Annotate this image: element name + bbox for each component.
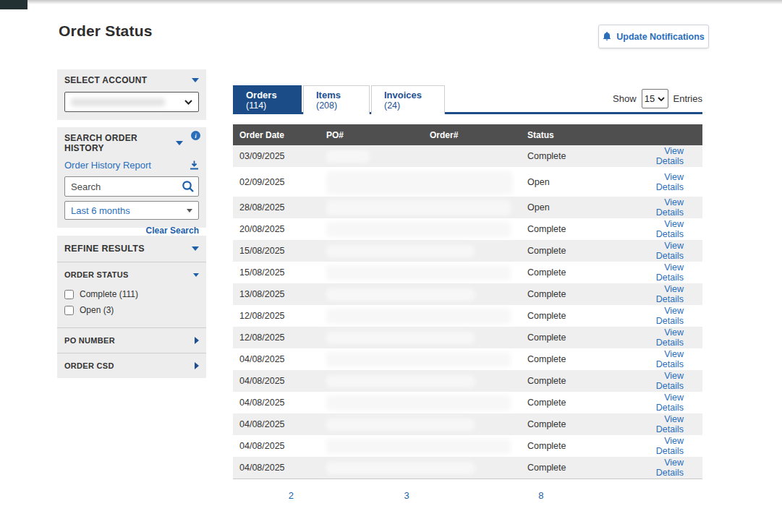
filter-checkbox[interactable] [64,290,74,299]
order-history-report-link[interactable]: Order History Report [64,160,151,171]
table-row: 04/08/2025 Complete View Details [233,348,702,370]
filter-checkbox[interactable] [64,306,74,315]
refine-results-header[interactable]: REFINE RESULTS [57,236,206,262]
collapsed-filter-section[interactable]: ORDER CSD [57,353,206,378]
order-date-cell: 04/08/2025 [239,441,326,451]
pagination-item[interactable]: 2 [289,489,396,532]
page-size-select[interactable]: 15 [642,89,668,108]
redacted-po-order-value [326,200,511,215]
pagination-item[interactable]: 3 [404,489,511,532]
view-details-link[interactable]: View Details [656,241,684,261]
status-cell: Complete [527,151,643,161]
actions-cell: View Details [643,241,702,261]
redacted-po-order-value [326,150,370,163]
status-cell: Complete [527,419,643,429]
tab[interactable]: Items (208) [303,85,370,114]
order-status-filter-options: Complete (111) Open (3) [57,283,206,327]
column-po: PO# [326,130,430,140]
collapsed-filter-section[interactable]: PO NUMBER [57,328,206,353]
orders-panel: Orders (114) Items (208) Invoices (24) S… [233,85,702,532]
actions-cell: View Details [643,327,702,348]
table-row: 04/08/2025 Complete View Details [233,370,702,392]
filter-option-label: Complete (111) [80,289,138,299]
view-details-link[interactable]: View Details [656,197,684,218]
filter-option[interactable]: Complete (111) [64,286,199,302]
view-details-link[interactable]: View Details [656,284,684,304]
tab-label: Invoices [384,90,444,100]
table-row: 15/08/2025 Complete View Details [233,240,702,262]
view-details-link[interactable]: View Details [656,371,684,391]
status-cell: Complete [527,267,643,278]
clear-search-link[interactable]: Clear Search [146,226,199,236]
table-body: 03/09/2025 Complete View Details 02/09/2… [233,145,702,479]
status-cell: Complete [527,311,643,321]
actions-cell: View Details [643,371,702,391]
filter-option[interactable]: Open (3) [64,302,199,318]
chevron-down-icon [176,141,183,145]
view-details-link[interactable]: View Details [656,349,684,369]
redacted-po-order-value [326,171,513,194]
view-details-link[interactable]: View Details [656,458,684,478]
redacted-po-order-value [326,395,511,411]
status-cell: Complete [527,224,643,234]
redacted-po-order-value [326,222,511,237]
tab[interactable]: Orders (114) [233,85,302,114]
redacted-po-order-value [326,309,511,324]
table-row: 04/08/2025 Complete View Details [233,392,702,413]
order-date-cell: 02/09/2025 [239,177,326,187]
status-cell: Complete [527,376,643,386]
actions-cell: View Details [643,414,702,434]
view-details-link[interactable]: View Details [656,219,684,239]
order-date-cell: 04/08/2025 [239,376,326,386]
order-status-filter-title: ORDER STATUS [64,270,129,279]
view-details-link[interactable]: View Details [656,327,684,348]
browser-corner-artifact [0,0,27,9]
select-chevron-icon [184,100,192,105]
table-row: 20/08/2025 Complete View Details [233,218,702,240]
table-row: 04/08/2025 Complete View Details [233,413,702,435]
show-label: Show [613,93,637,104]
select-account-header[interactable]: SELECT ACCOUNT [64,75,199,85]
tab-count: (24) [384,100,444,111]
period-select-value: Last 6 months [71,205,130,216]
view-details-link[interactable]: View Details [656,414,684,434]
order-date-cell: 28/08/2025 [239,202,326,213]
tab[interactable]: Invoices (24) [371,85,445,114]
collapsed-section-title: PO NUMBER [64,336,115,345]
view-details-link[interactable]: View Details [656,392,684,413]
update-notifications-label: Update Notifications [616,32,705,42]
order-status-filter-header[interactable]: ORDER STATUS [57,262,206,283]
download-icon[interactable] [190,160,199,170]
redacted-po-order-value [326,462,475,474]
status-cell: Complete [527,441,643,451]
search-order-history-title: SEARCH ORDER HISTORY [64,133,170,153]
view-details-link[interactable]: View Details [656,436,684,456]
account-select[interactable] [64,92,199,112]
actions-cell: View Details [643,436,702,456]
order-date-cell: 04/08/2025 [239,419,326,429]
pagination: ‹ prev 1 2 3 ... 8 next › [233,489,702,532]
order-status-page: Order Status Update Notifications SELECT… [0,0,782,532]
table-row: 04/08/2025 Complete View Details [233,435,702,457]
period-select[interactable]: Last 6 months [64,201,199,220]
view-details-link[interactable]: View Details [656,146,684,166]
pagination-item[interactable]: 8 [538,489,645,532]
view-details-link[interactable]: View Details [656,262,684,283]
search-icon[interactable] [182,180,195,193]
redacted-po-order-value [326,265,511,280]
collapsed-section-title: ORDER CSD [64,361,114,370]
order-date-cell: 04/08/2025 [239,354,326,364]
table-row: 12/08/2025 Complete View Details [233,327,702,348]
select-account-title: SELECT ACCOUNT [64,75,147,85]
view-details-link[interactable]: View Details [656,306,684,326]
status-cell: Complete [527,289,643,299]
tab-count: (114) [246,100,301,111]
search-input[interactable] [64,176,199,197]
search-order-history-section: SEARCH ORDER HISTORY i Order History Rep… [57,127,206,228]
info-icon[interactable]: i [191,131,200,140]
redacted-po-order-value [326,245,475,257]
filter-option-label: Open (3) [80,305,114,315]
search-order-history-header[interactable]: SEARCH ORDER HISTORY i [64,133,199,153]
update-notifications-button[interactable]: Update Notifications [598,25,709,48]
view-details-link[interactable]: View Details [656,172,684,192]
